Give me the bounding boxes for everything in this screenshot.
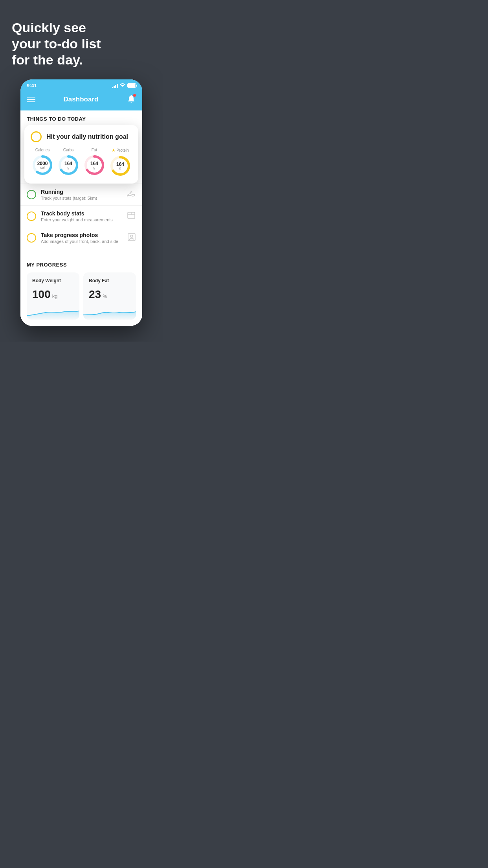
nutrition-fat: Fat 164 g [83,148,106,177]
app-body: THINGS TO DO TODAY Hit your daily nutrit… [20,110,142,326]
calories-unit: cal [37,166,48,169]
todo-item-body-stats[interactable]: Track body stats Enter your weight and m… [20,205,142,227]
body-fat-value: 23 [89,288,101,301]
hero-title: Quickly see your to-do list for the day. [12,20,151,68]
carbs-donut: 164 g [57,154,80,177]
phone-mockup: 9:41 Dashboard [20,79,142,326]
running-title: Running [41,189,122,195]
card-header: Hit your daily nutrition goal [31,131,132,142]
svg-point-12 [130,235,133,237]
battery-icon [127,83,136,88]
body-fat-unit: % [103,293,107,299]
hero-section: Quickly see your to-do list for the day. [0,0,163,79]
fat-label: Fat [92,148,97,152]
things-todo-title: THINGS TO DO TODAY [20,110,142,125]
status-icons [112,83,136,88]
photos-subtitle: Add images of your front, back, and side [41,239,123,244]
nutrition-protein: ★ Protein 164 g [108,148,132,177]
todo-circle-photos [27,233,36,243]
progress-title: MY PROGRESS [27,256,136,272]
shoe-icon [127,190,136,200]
body-weight-value-row: 100 kg [32,288,74,301]
carbs-label: Carbs [63,148,74,152]
running-subtitle: Track your stats (target: 5km) [41,196,122,200]
todo-text-running: Running Track your stats (target: 5km) [41,189,122,200]
fat-unit: g [90,166,98,169]
protein-donut: 164 g [109,154,132,177]
nutrition-card-title: Hit your daily nutrition goal [46,133,128,140]
wifi-icon [119,83,126,88]
protein-label: ★ Protein [112,148,129,153]
body-stats-title: Track body stats [41,210,122,217]
carbs-unit: g [64,166,72,169]
todo-text-photos: Take progress photos Add images of your … [41,232,123,244]
todo-item-photos[interactable]: Take progress photos Add images of your … [20,227,142,248]
app-header: Dashboard [20,90,142,110]
nutrition-calories: Calories 2000 cal [31,148,54,177]
status-bar: 9:41 [20,79,142,90]
signal-icon [112,83,118,88]
todo-text-body-stats: Track body stats Enter your weight and m… [41,210,122,222]
header-title: Dashboard [64,96,99,103]
time-display: 9:41 [27,83,37,88]
notifications-button[interactable] [127,94,136,105]
fat-donut: 164 g [83,154,106,177]
menu-button[interactable] [27,97,35,102]
todo-list: Running Track your stats (target: 5km) T… [20,184,142,248]
todo-circle-running [27,190,36,199]
body-fat-card-title: Body Fat [89,278,130,283]
scale-icon [127,211,136,222]
protein-unit: g [116,167,124,170]
body-weight-chart [27,304,79,320]
nutrition-carbs: Carbs 164 g [57,148,80,177]
body-stats-subtitle: Enter your weight and measurements [41,217,122,222]
body-weight-card-title: Body Weight [32,278,74,283]
star-icon: ★ [112,148,116,153]
todo-circle-body-stats [27,211,36,221]
body-fat-chart [83,304,136,320]
body-weight-unit: kg [52,293,58,299]
body-weight-value: 100 [32,288,51,301]
calories-donut: 2000 cal [31,154,54,177]
body-fat-card[interactable]: Body Fat 23 % [83,272,136,320]
todo-item-running[interactable]: Running Track your stats (target: 5km) [20,184,142,205]
nutrition-card: Hit your daily nutrition goal Calories 2… [24,125,138,184]
progress-section: MY PROGRESS Body Weight 100 kg [20,256,142,326]
photos-title: Take progress photos [41,232,123,238]
person-icon [127,233,136,243]
progress-cards: Body Weight 100 kg [27,272,136,320]
body-weight-card[interactable]: Body Weight 100 kg [27,272,79,320]
todo-circle-nutrition[interactable] [31,131,42,142]
calories-label: Calories [35,148,50,152]
body-fat-value-row: 23 % [89,288,130,301]
nutrition-grid: Calories 2000 cal Carbs [31,148,132,177]
